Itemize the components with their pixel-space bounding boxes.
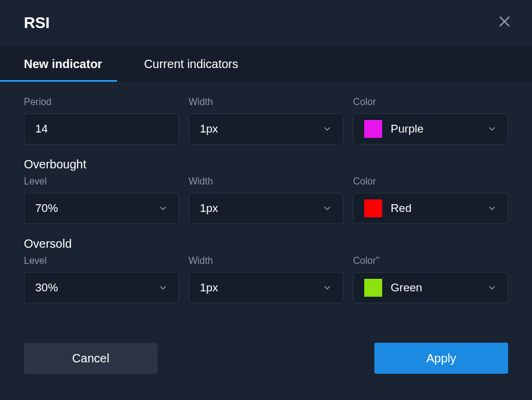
field-width-oversold: Width 1px xyxy=(189,256,344,303)
select-color-main[interactable]: Purple xyxy=(353,113,508,144)
tab-current-indicators[interactable]: Current indicators xyxy=(144,45,238,82)
dialog-footer: Cancel Apply xyxy=(0,334,532,392)
select-color-oversold-value: Green xyxy=(390,281,487,294)
row-oversold: Level 30% Width 1px Color" Green xyxy=(24,256,508,303)
label-color-overbought: Color xyxy=(353,176,508,187)
chevron-down-icon xyxy=(158,204,168,213)
chevron-down-icon xyxy=(322,204,332,213)
label-width-oversold: Width xyxy=(189,256,344,266)
field-width-overbought: Width 1px xyxy=(189,176,344,224)
section-title-oversold: Oversold xyxy=(24,237,508,251)
dialog-title: RSI xyxy=(24,14,50,32)
label-color-main: Color xyxy=(353,97,508,107)
select-width-oversold[interactable]: 1px xyxy=(189,272,344,303)
select-color-oversold[interactable]: Green xyxy=(353,272,508,303)
label-level-oversold: Level xyxy=(24,256,179,266)
select-color-main-value: Purple xyxy=(390,122,487,136)
select-width-overbought[interactable]: 1px xyxy=(189,193,344,224)
chevron-down-icon xyxy=(487,124,497,134)
color-swatch-overbought xyxy=(364,199,382,217)
chevron-down-icon xyxy=(322,124,332,134)
input-period[interactable]: 14 xyxy=(24,113,179,144)
close-button[interactable] xyxy=(495,13,514,32)
select-level-overbought-value: 70% xyxy=(35,202,158,215)
tab-new-indicator[interactable]: New indicator xyxy=(24,45,102,82)
select-level-oversold-value: 30% xyxy=(35,281,158,294)
tab-bar: New indicator Current indicators xyxy=(0,45,532,82)
field-color-oversold: Color" Green xyxy=(353,256,508,303)
row-main: Period 14 Width 1px Color Purple xyxy=(24,97,508,144)
field-color-main: Color Purple xyxy=(353,97,508,144)
section-title-overbought: Overbought xyxy=(24,158,508,171)
select-width-main[interactable]: 1px xyxy=(189,113,344,144)
field-width-main: Width 1px xyxy=(189,97,344,144)
apply-button[interactable]: Apply xyxy=(374,343,508,374)
field-level-overbought: Level 70% xyxy=(24,176,179,224)
label-color-oversold: Color" xyxy=(353,256,508,266)
select-color-overbought[interactable]: Red xyxy=(353,193,508,224)
dialog-content: Period 14 Width 1px Color Purple xyxy=(0,82,532,334)
chevron-down-icon xyxy=(487,204,497,213)
color-swatch-oversold xyxy=(364,279,382,297)
label-period: Period xyxy=(24,97,179,107)
label-level-overbought: Level xyxy=(24,176,179,187)
field-period: Period 14 xyxy=(24,97,179,144)
label-width-main: Width xyxy=(189,97,344,107)
input-period-value: 14 xyxy=(35,122,168,136)
chevron-down-icon xyxy=(322,283,332,293)
field-level-oversold: Level 30% xyxy=(24,256,179,303)
row-overbought: Level 70% Width 1px Color Red xyxy=(24,176,508,224)
dialog-header: RSI xyxy=(0,0,532,45)
select-level-oversold[interactable]: 30% xyxy=(24,272,179,303)
chevron-down-icon xyxy=(158,283,168,293)
chevron-down-icon xyxy=(487,283,497,293)
select-width-main-value: 1px xyxy=(200,122,323,136)
select-width-oversold-value: 1px xyxy=(200,281,323,294)
close-icon xyxy=(498,15,511,30)
color-swatch-main xyxy=(364,120,382,138)
select-color-overbought-value: Red xyxy=(390,202,487,215)
select-level-overbought[interactable]: 70% xyxy=(24,193,179,224)
label-width-overbought: Width xyxy=(189,176,344,187)
cancel-button[interactable]: Cancel xyxy=(24,343,158,374)
select-width-overbought-value: 1px xyxy=(200,202,323,215)
field-color-overbought: Color Red xyxy=(353,176,508,224)
